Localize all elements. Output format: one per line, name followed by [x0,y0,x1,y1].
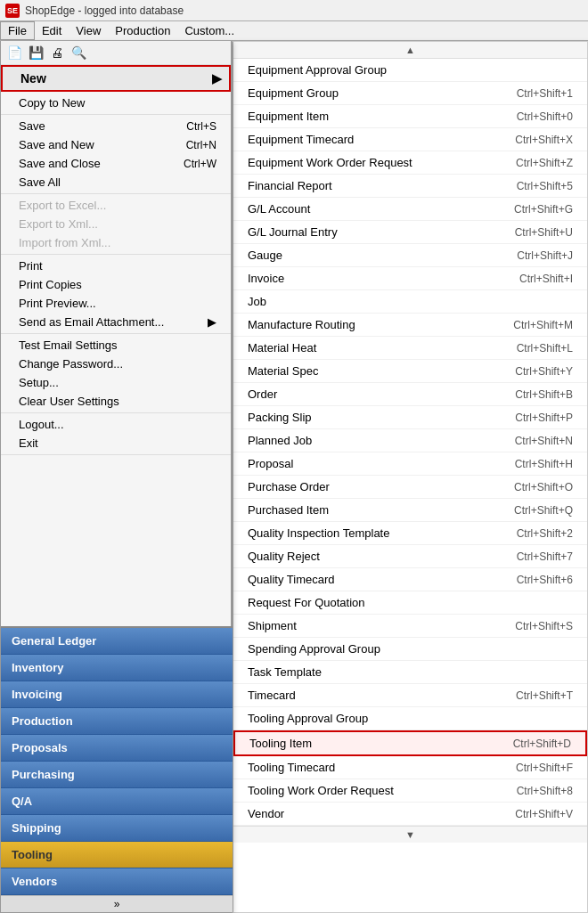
submenu-item-equipment-group[interactable]: Equipment GroupCtrl+Shift+1 [233,82,587,105]
submenu-item-proposal[interactable]: ProposalCtrl+Shift+H [233,452,587,476]
menu-print[interactable]: Print [1,257,231,275]
submenu-item-tooling-approval-group[interactable]: Tooling Approval Group [233,707,587,730]
submenu-scroll-up[interactable]: ▲ [233,42,587,59]
submenu-item-vendor[interactable]: VendorCtrl+Shift+V [233,803,587,826]
menu-send-email[interactable]: Send as Email Attachment... ▶ [1,313,231,331]
app-icon: SE [5,4,20,18]
submenu-item-equipment-item[interactable]: Equipment ItemCtrl+Shift+0 [233,105,587,128]
submenu-item-quality-timecard[interactable]: Quality TimecardCtrl+Shift+6 [233,568,587,591]
submenu-item-timecard[interactable]: TimecardCtrl+Shift+T [233,684,587,707]
logout[interactable]: Logout... [1,415,231,434]
sidebar-more-arrow[interactable]: » [1,895,233,912]
sidebar-panel: General LedgerInventoryInvoicingProducti… [1,626,233,912]
sidebar-item-invoicing[interactable]: Invoicing [1,681,233,708]
section-print: Print Print Copies Print Preview... Send… [1,255,231,334]
submenu-item-financial-report[interactable]: Financial ReportCtrl+Shift+5 [233,175,587,198]
sidebar-item-proposals[interactable]: Proposals [1,735,233,762]
submenu-item-shipment[interactable]: ShipmentCtrl+Shift+S [233,615,587,638]
section-settings: Test Email Settings Change Password... S… [1,334,231,413]
preview-icon[interactable]: 🔍 [69,43,88,62]
copy-to-new[interactable]: Copy to New [1,94,231,112]
export-xml: Export to Xml... [1,215,231,233]
section-export: Export to Excel... Export to Xml... Impo… [1,194,231,255]
submenu-item-g/l-account[interactable]: G/L AccountCtrl+Shift+G [233,198,587,221]
submenu-item-equipment-approval-group[interactable]: Equipment Approval Group [233,59,587,82]
save-icon[interactable]: 💾 [26,43,45,62]
submenu-item-tooling-work-order-request[interactable]: Tooling Work Order RequestCtrl+Shift+8 [233,779,587,803]
new-arrow: ▶ [212,71,222,86]
sidebar-item-production[interactable]: Production [1,708,233,735]
menu-print-preview[interactable]: Print Preview... [1,294,231,313]
print-icon[interactable]: 🖨 [47,43,67,62]
new-label: New [20,71,46,86]
menu-save-close[interactable]: Save and Close Ctrl+W [1,154,231,173]
section-copy: Copy to New [1,92,231,115]
submenu-item-g/l-journal-entry[interactable]: G/L Journal EntryCtrl+Shift+U [233,221,587,244]
menu-new[interactable]: New ▶ [1,65,231,92]
sidebar-item-q/a[interactable]: Q/A [1,788,233,815]
submenu-items: Equipment Approval GroupEquipment GroupC… [233,59,587,826]
submenu-item-invoice[interactable]: InvoiceCtrl+Shift+I [233,267,587,290]
sidebar-item-vendors[interactable]: Vendors [1,868,233,895]
submenu-item-quality-reject[interactable]: Quality RejectCtrl+Shift+7 [233,545,587,568]
import-xml: Import from Xml... [1,233,231,252]
menu-production[interactable]: Production [108,21,177,40]
title-bar: SE ShopEdge - logged into database [0,0,588,21]
submenu-item-purchased-item[interactable]: Purchased ItemCtrl+Shift+Q [233,499,587,522]
submenu-item-task-template[interactable]: Task Template [233,661,587,684]
submenu-item-equipment-timecard[interactable]: Equipment TimecardCtrl+Shift+X [233,128,587,151]
sidebar-item-shipping[interactable]: Shipping [1,815,233,842]
sidebar-item-tooling[interactable]: Tooling [1,842,233,868]
submenu-item-material-spec[interactable]: Material SpecCtrl+Shift+Y [233,360,587,383]
clear-user-settings[interactable]: Clear User Settings [1,392,231,411]
menu-view[interactable]: View [69,21,108,40]
section-exit: Logout... Exit [1,413,231,455]
toolbar-row: 📄 💾 🖨 🔍 [1,41,231,65]
submenu-item-quality-inspection-template[interactable]: Quality Inspection TemplateCtrl+Shift+2 [233,522,587,545]
submenu-item-planned-job[interactable]: Planned JobCtrl+Shift+N [233,429,587,452]
submenu-item-job[interactable]: Job [233,290,587,314]
sidebar-item-inventory[interactable]: Inventory [1,655,233,681]
menu-print-copies[interactable]: Print Copies [1,275,231,294]
submenu-item-request-for-quotation[interactable]: Request For Quotation [233,591,587,615]
setup[interactable]: Setup... [1,373,231,392]
submenu-item-purchase-order[interactable]: Purchase OrderCtrl+Shift+O [233,476,587,499]
section-save: Save Ctrl+S Save and New Ctrl+N Save and… [1,115,231,194]
exit[interactable]: Exit [1,434,231,452]
submenu-item-tooling-timecard[interactable]: Tooling TimecardCtrl+Shift+F [233,756,587,779]
test-email[interactable]: Test Email Settings [1,336,231,355]
sidebar-item-purchasing[interactable]: Purchasing [1,762,233,788]
export-excel: Export to Excel... [1,196,231,215]
submenu-item-order[interactable]: OrderCtrl+Shift+B [233,383,587,406]
new-doc-icon[interactable]: 📄 [4,43,24,62]
sidebar-item-general-ledger[interactable]: General Ledger [1,628,233,655]
title-text: ShopEdge - logged into database [25,4,184,17]
menu-save-all[interactable]: Save All [1,173,231,192]
submenu-item-material-heat[interactable]: Material HeatCtrl+Shift+L [233,337,587,360]
submenu-item-equipment-work-order-request[interactable]: Equipment Work Order RequestCtrl+Shift+Z [233,151,587,175]
file-dropdown: 📄 💾 🖨 🔍 New ▶ Copy to New Save Ctrl+S Sa… [0,41,232,913]
menu-file[interactable]: File [0,21,35,40]
menu-edit[interactable]: Edit [35,21,69,40]
submenu-item-packing-slip[interactable]: Packing SlipCtrl+Shift+P [233,406,587,429]
main-layout: 📄 💾 🖨 🔍 New ▶ Copy to New Save Ctrl+S Sa… [0,41,588,913]
submenu-item-spending-approval-group[interactable]: Spending Approval Group [233,638,587,661]
change-password[interactable]: Change Password... [1,355,231,373]
submenu-item-tooling-item[interactable]: Tooling ItemCtrl+Shift+D [233,730,587,756]
menu-bar: File Edit View Production Custom... [0,21,588,41]
submenu-item-gauge[interactable]: GaugeCtrl+Shift+J [233,244,587,267]
menu-save-new[interactable]: Save and New Ctrl+N [1,135,231,154]
submenu-scroll-down[interactable]: ▼ [233,826,587,843]
menu-custom[interactable]: Custom... [177,21,241,40]
submenu-panel: ▲ Equipment Approval GroupEquipment Grou… [232,41,588,913]
menu-save[interactable]: Save Ctrl+S [1,117,231,135]
submenu-item-manufacture-routing[interactable]: Manufacture RoutingCtrl+Shift+M [233,314,587,337]
